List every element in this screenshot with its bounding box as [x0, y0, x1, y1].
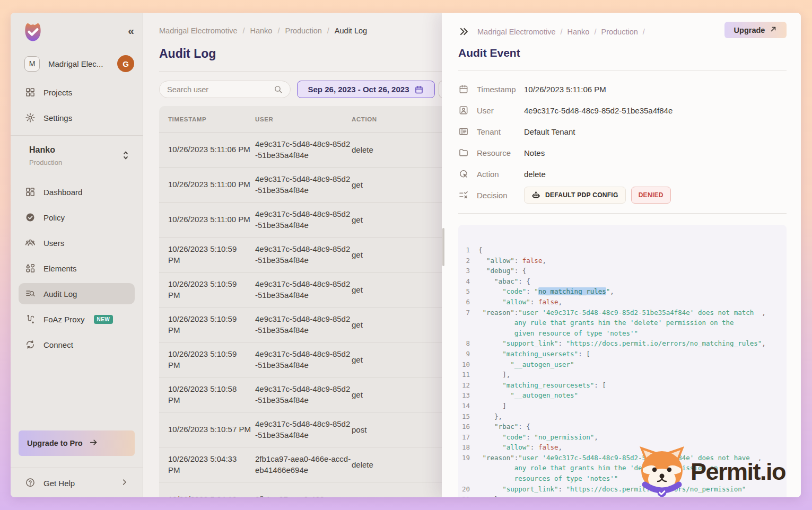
- breadcrumb-item[interactable]: Madrigal Electromotive: [159, 27, 237, 35]
- caret-updown-icon[interactable]: [122, 151, 129, 162]
- app-root: { "app": { "org_initial": "M", "org_name…: [0, 0, 812, 510]
- code-text: "__autogen_user": [478, 359, 574, 370]
- sidebar-item-projects[interactable]: Projects: [19, 82, 135, 103]
- calendar-icon: [414, 85, 424, 94]
- sidebar-top-nav: ProjectsSettings: [19, 82, 135, 133]
- code-text: ],: [478, 370, 510, 380]
- sidebar-item-policy[interactable]: Policy: [19, 207, 135, 228]
- line-number: 19: [458, 453, 478, 463]
- code-text: resources of type 'notes'": [478, 473, 618, 484]
- code-text: "allow": false,: [478, 442, 562, 453]
- action-icon: [458, 169, 469, 179]
- table-row[interactable]: 10/26/2023 5:10:59 PM4e9c317c-5d48-48c9-…: [159, 307, 477, 342]
- line-number: 14: [458, 401, 478, 411]
- code-token: "rbac": [494, 423, 518, 430]
- table-row[interactable]: 10/26/2023 5:04:33 PM2fb1ca97-aea0-466e-…: [159, 447, 477, 482]
- upgrade-button[interactable]: Upgrade: [724, 22, 787, 38]
- arrow-right-icon: [89, 438, 98, 449]
- workspace-selector[interactable]: Hanko Production: [29, 145, 135, 166]
- chip-label: DENIED: [639, 191, 663, 199]
- breadcrumb-item[interactable]: Madrigal Electromotive: [477, 28, 555, 36]
- line-number: 16: [458, 421, 478, 432]
- robot-icon: [531, 191, 540, 200]
- timestamp-text: 10/26/2023 5:10:57 PM: [168, 425, 251, 434]
- code-line: 10"__autogen_user": [458, 359, 787, 370]
- user-avatar[interactable]: G: [117, 55, 134, 72]
- sidebar-item-elements[interactable]: Elements: [19, 258, 135, 279]
- sidebar-collapse-icon[interactable]: «: [128, 24, 133, 37]
- code-text: given resource of type 'notes'": [478, 328, 638, 339]
- upgrade-to-pro-button[interactable]: Upgrade to Pro: [19, 430, 135, 456]
- table-row[interactable]: 10/26/2023 5:10:58 PM4e9c317c-5d48-48c9-…: [159, 377, 477, 412]
- org-switcher[interactable]: M Madrigal Elec... G: [24, 55, 134, 72]
- cell-timestamp: 10/26/2023 5:10:57 PM: [159, 424, 255, 435]
- table-row[interactable]: 10/26/2023 5:10:57 PM4e9c317c-5d48-48c9-…: [159, 412, 477, 447]
- cell-user: 4e9c317c-5d48-48c9-85d2-51be35a4f84e: [255, 209, 352, 231]
- table-row[interactable]: 10/26/2023 5:10:59 PM4e9c317c-5d48-48c9-…: [159, 342, 477, 377]
- upgrade-label: Upgrade: [734, 26, 765, 34]
- code-token: any rule that grants him the 'delete' pe…: [514, 319, 734, 327]
- sidebar-item-audit-log[interactable]: Audit Log: [19, 283, 135, 304]
- get-help-button[interactable]: Get Help: [19, 472, 135, 494]
- org-name: Madrigal Elec...: [48, 59, 117, 68]
- code-token: ,: [594, 433, 598, 441]
- table-row[interactable]: 10/26/2023 5:10:59 PM4e9c317c-5d48-48c9-…: [159, 272, 477, 307]
- code-text: "debug": {: [478, 266, 526, 276]
- sidebar-item-connect[interactable]: Connect: [19, 334, 135, 355]
- policy-icon: [25, 212, 36, 223]
- table-row[interactable]: 10/26/2023 5:10:59 PM4e9c317c-5d48-48c9-…: [159, 238, 477, 272]
- search-input[interactable]: Search user: [159, 81, 291, 98]
- table-row[interactable]: 10/26/2023 5:04:132fb1ca97-aea0-466e-: [159, 482, 477, 497]
- sidebar-item-foaz-proxy[interactable]: FoAz ProxyNEW: [19, 309, 135, 330]
- code-token: : {: [518, 277, 530, 285]
- sidebar: « M Madrigal Elec... G ProjectsSettings …: [11, 13, 143, 497]
- field-value: 4e9c317c-5d48-48c9-85d2-51be35a4f84e: [524, 106, 673, 115]
- column-header-user: USER: [255, 116, 352, 122]
- sidebar-item-users[interactable]: Users: [19, 232, 135, 253]
- sidebar-item-label: Settings: [43, 113, 72, 122]
- line-number: 10: [458, 359, 478, 370]
- breadcrumb-item[interactable]: Audit Log: [335, 27, 367, 35]
- double-chevron-right-icon[interactable]: [459, 27, 469, 37]
- code-token: "allow": [486, 257, 514, 265]
- connect-icon: [25, 339, 36, 350]
- user-id-text: 4e9c317c-5d48-48c9-85d2-51be35a4f84e: [255, 244, 350, 264]
- line-number: 18: [458, 442, 478, 453]
- code-line: 12"matching_resourcesets": [: [458, 380, 787, 391]
- user-id-text: 4e9c317c-5d48-48c9-85d2-51be35a4f84e: [255, 279, 350, 299]
- audit-log-icon: [25, 288, 36, 299]
- permit-mascot-icon: [635, 443, 688, 500]
- user-id-text: 2fb1ca97-aea0-466e-accd-eb41466e694e: [255, 454, 351, 474]
- breadcrumb-item[interactable]: Hanko: [250, 27, 273, 35]
- code-text: "matching_resourcesets": [: [478, 380, 606, 391]
- breadcrumb-item[interactable]: Hanko: [567, 28, 590, 36]
- sidebar-item-label: Dashboard: [43, 188, 82, 197]
- date-range-picker[interactable]: Sep 26, 2023 - Oct 26, 2023: [297, 81, 435, 98]
- timestamp-text: 10/26/2023 5:11:00 PM: [168, 215, 250, 224]
- code-text: "code": "no_permission",: [478, 432, 598, 443]
- breadcrumb-separator: /: [242, 27, 245, 35]
- cell-user: 2fb1ca97-aea0-466e-: [255, 494, 352, 497]
- code-line: any rule that grants him the 'delete' pe…: [458, 318, 787, 328]
- code-token: given resource of type 'notes'": [514, 329, 638, 337]
- table-row[interactable]: 10/26/2023 5:11:06 PM4e9c317c-5d48-48c9-…: [159, 133, 477, 168]
- breadcrumb-item[interactable]: Production: [285, 27, 321, 35]
- upgrade-to-pro-label: Upgrade to Pro: [27, 439, 83, 447]
- event-fields: Timestamp10/26/2023 5:11:06 PMUser4e9c31…: [458, 78, 787, 206]
- sidebar-header: «: [21, 20, 133, 46]
- permit-io-watermark: Permit.io: [635, 443, 785, 500]
- sidebar-item-settings[interactable]: Settings: [19, 107, 135, 128]
- code-token: "user '4e9c317c-5d48-48c9-85d2-51be35a4f…: [518, 309, 754, 316]
- cell-user: 4e9c317c-5d48-48c9-85d2-51be35a4f84e: [255, 244, 352, 266]
- cell-timestamp: 10/26/2023 5:04:13: [159, 494, 255, 497]
- breadcrumb-item[interactable]: Production: [601, 28, 638, 36]
- code-line: 1{: [458, 245, 787, 256]
- code-line: given resource of type 'notes'": [458, 328, 787, 339]
- table-row[interactable]: 10/26/2023 5:11:00 PM4e9c317c-5d48-48c9-…: [159, 168, 477, 203]
- panel-scrollbar[interactable]: [442, 228, 444, 266]
- code-token: ,: [542, 257, 546, 265]
- table-row[interactable]: 10/26/2023 5:11:00 PM4e9c317c-5d48-48c9-…: [159, 203, 477, 238]
- line-number: 2: [458, 256, 478, 266]
- code-line: 7"reason":"user '4e9c317c-5d48-48c9-85d2…: [458, 307, 787, 318]
- sidebar-item-dashboard[interactable]: Dashboard: [19, 181, 135, 203]
